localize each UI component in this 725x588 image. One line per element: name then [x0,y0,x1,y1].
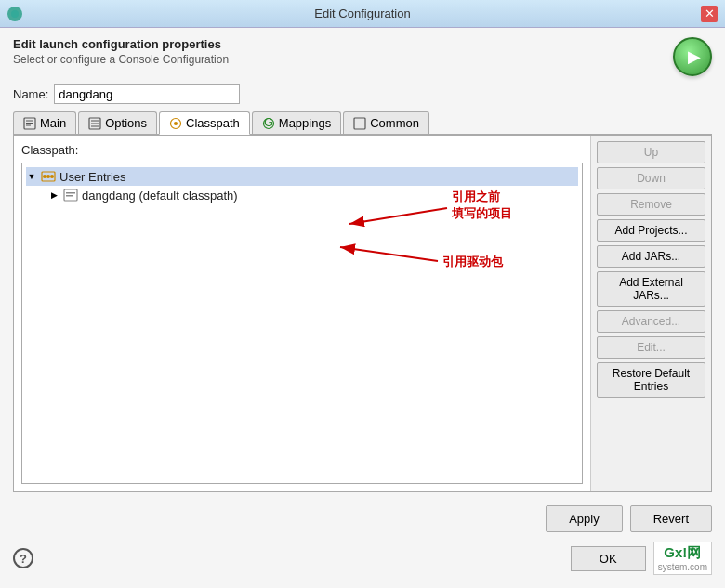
restore-default-button[interactable]: Restore Default Entries [597,362,705,398]
tab-classpath[interactable]: Classpath [159,111,250,135]
bottom-buttons: Apply Revert [13,500,712,538]
add-jars-button[interactable]: Add JARs... [597,245,705,268]
svg-point-16 [46,175,50,178]
dangdang-entry-label: dangdang (default classpath) [82,189,238,203]
header-title: Edit launch configuration properties [13,37,229,51]
close-button[interactable]: ✕ [701,6,718,22]
expand-icon: ▼ [26,171,37,182]
tab-options-label: Options [105,116,147,130]
watermark-site: system.com [658,562,707,572]
app-icon [7,7,22,21]
svg-line-26 [340,247,438,261]
advanced-button[interactable]: Advanced... [597,310,705,333]
tab-classpath-label: Classpath [186,116,240,130]
classpath-entry-icon [63,188,78,203]
help-button[interactable]: ? [13,548,33,568]
title-bar: Edit Configuration ✕ [0,0,725,28]
tabs-bar: Main Options Classpath [13,111,712,135]
edit-button[interactable]: Edit... [597,336,705,359]
options-tab-icon [88,117,101,130]
footer-bar: ? OK Gx!网 system.com [13,538,712,579]
classpath-label: Classpath: [21,143,583,157]
svg-point-0 [11,10,19,18]
tab-options[interactable]: Options [78,111,157,134]
svg-point-15 [43,175,46,178]
child-expand-icon: ▶ [48,189,59,201]
user-entries-label: User Entries [59,170,126,184]
dialog-body: Edit launch configuration properties Sel… [0,28,725,588]
name-input[interactable] [54,84,240,104]
down-button[interactable]: Down [597,167,705,189]
run-button[interactable]: ▶ [673,37,712,76]
content-area: Classpath: ▼ User Entries [13,135,712,492]
dialog-title: Edit Configuration [0,7,725,20]
classpath-panel: Classpath: ▼ User Entries [14,136,590,491]
svg-text:G: G [264,117,273,129]
classpath-tab-icon [169,117,182,130]
name-row: Name: [13,84,712,104]
tab-common[interactable]: Common [343,111,429,134]
apply-button[interactable]: Apply [546,505,623,532]
remove-button[interactable]: Remove [597,193,705,216]
revert-button[interactable]: Revert [630,505,712,532]
main-tab-icon [23,117,36,130]
svg-point-10 [174,122,178,125]
svg-text:填写的项目: 填写的项目 [451,206,512,220]
svg-line-24 [349,208,447,224]
svg-rect-19 [66,192,75,194]
common-tab-icon [353,117,366,130]
ok-button[interactable]: OK [571,546,646,571]
tab-mappings-label: Mappings [279,116,331,130]
tree-item-user-entries[interactable]: ▼ User Entries [26,167,578,186]
add-external-jars-button[interactable]: Add External JARs... [597,271,705,307]
svg-point-17 [50,175,54,178]
tree-item-dangdang[interactable]: ▶ dangdang (default classpath) [48,186,578,204]
tab-main-label: Main [40,116,66,130]
mappings-tab-icon: G [262,117,275,130]
tab-main[interactable]: Main [13,111,76,134]
add-projects-button[interactable]: Add Projects... [597,219,705,242]
up-button[interactable]: Up [597,141,705,163]
tree-children: ▶ dangdang (default classpath) [48,186,578,204]
name-label: Name: [13,87,48,101]
watermark-brand: Gx!网 [664,544,701,562]
header-subtitle: Select or configure a Console Configurat… [13,53,229,66]
classpath-tree: ▼ User Entries ▶ [21,163,583,484]
tab-mappings[interactable]: G Mappings [252,111,341,134]
svg-rect-13 [354,118,365,129]
svg-text:引用驱动包: 引用驱动包 [442,255,504,268]
svg-rect-20 [66,195,72,197]
play-icon: ▶ [688,46,701,67]
tab-common-label: Common [370,116,419,130]
user-entries-icon [41,169,56,184]
header-section: Edit launch configuration properties Sel… [13,37,712,76]
sidebar-buttons: Up Down Remove Add Projects... Add JARs.… [590,136,711,491]
